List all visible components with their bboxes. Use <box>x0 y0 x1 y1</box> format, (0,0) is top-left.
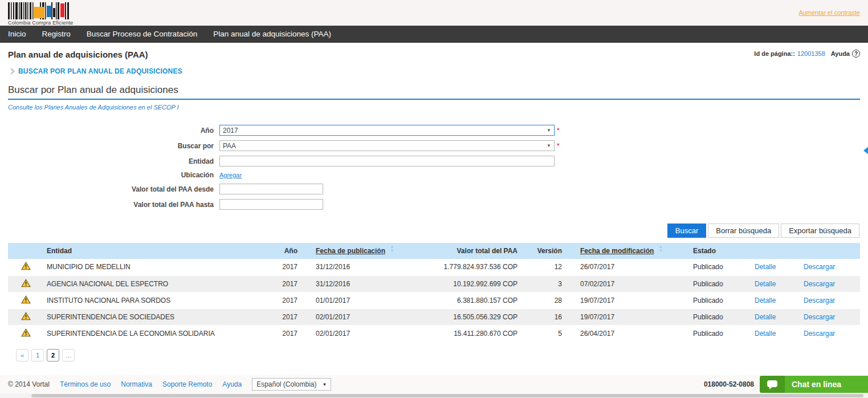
cell-version: 28 <box>521 292 565 308</box>
download-link[interactable]: Descargar <box>804 263 835 271</box>
download-link[interactable]: Descargar <box>804 330 835 338</box>
nav-item-registro[interactable]: Registro <box>34 26 79 43</box>
add-location-link[interactable]: Agregar <box>219 172 242 178</box>
warning-icon <box>21 312 31 320</box>
cell-version: 16 <box>521 308 565 325</box>
download-link[interactable]: Descargar <box>804 297 835 304</box>
cell-mod-date: 19/07/2017 <box>565 292 690 308</box>
cell-year: 2017 <box>271 259 301 275</box>
pagination-page-1[interactable]: 1 <box>31 349 44 362</box>
warning-icon <box>21 279 31 287</box>
top-header: Colombia Compra Eficiente Aumentar el co… <box>0 0 868 26</box>
cell-total-value: 1.779.824.937.536 COP <box>437 259 521 275</box>
warning-column-header <box>8 243 43 259</box>
export-search-button[interactable]: Exportar búsqueda <box>781 224 859 238</box>
increase-contrast-link[interactable]: Aumentar el contraste <box>798 9 860 16</box>
value-from-input[interactable] <box>219 184 323 194</box>
results-table: Entidad Año Fecha de publicación▲▼ Valor… <box>8 243 860 342</box>
chat-bubble-icon <box>767 380 778 389</box>
value-to-input[interactable] <box>219 199 323 210</box>
download-link[interactable]: Descargar <box>804 313 835 321</box>
sort-arrows-icon[interactable]: ▲▼ <box>658 247 663 255</box>
col-total-value: Valor total del PAA <box>437 243 521 259</box>
year-select[interactable]: 2017 ▼ <box>219 125 555 136</box>
cell-version: 3 <box>521 275 565 292</box>
nav-item-buscar-proceso[interactable]: Buscar Proceso de Contratación <box>79 26 205 43</box>
search-form: Año 2017 ▼ * Buscar por PAA ▼ * Entidad … <box>0 125 868 210</box>
table-header-row: Entidad Año Fecha de publicación▲▼ Valor… <box>8 243 860 259</box>
col-status: Estado <box>690 243 751 259</box>
warning-icon <box>21 295 31 304</box>
col-pub-date[interactable]: Fecha de publicación▲▼ <box>301 243 437 259</box>
cell-status: Publicado <box>690 292 751 308</box>
nav-item-inicio[interactable]: Inicio <box>0 26 34 43</box>
clear-search-button[interactable]: Borrar búsqueda <box>708 224 779 238</box>
detail-link[interactable]: Detalle <box>755 313 776 321</box>
col-mod-date[interactable]: Fecha de modificación▲▼ <box>565 243 690 259</box>
detail-link[interactable]: Detalle <box>755 263 776 271</box>
page-id-value[interactable]: 12001358 <box>797 50 825 57</box>
barcode-logo-icon <box>8 2 70 19</box>
chevron-down-icon: ▼ <box>547 143 551 148</box>
required-asterisk: * <box>557 127 560 135</box>
cell-status: Publicado <box>690 325 751 342</box>
pagination-more[interactable]: ... <box>62 349 75 362</box>
search-by-select[interactable]: PAA ▼ <box>219 140 555 151</box>
cell-year: 2017 <box>271 275 301 292</box>
chevron-down-icon: ▼ <box>547 128 551 133</box>
language-select[interactable]: Español (Colombia) ▼ <box>252 378 331 391</box>
cell-pub-date: 31/12/2016 <box>301 275 437 292</box>
detail-link[interactable]: Detalle <box>755 280 776 288</box>
search-button[interactable]: Buscar <box>667 224 706 238</box>
cell-entity: SUPERINTENDENCIA DE SOCIEDADES <box>43 308 271 325</box>
col-year: Año <box>271 243 301 259</box>
location-label: Ubicación <box>0 171 219 179</box>
cell-total-value: 6.381.880.157 COP <box>437 292 521 308</box>
table-row: MUNICIPIO DE MEDELLIN 2017 31/12/2016 1.… <box>8 259 860 275</box>
footer-link-soporte[interactable]: Soporte Remoto <box>162 380 212 388</box>
footer-link-normativa[interactable]: Normativa <box>121 380 152 388</box>
side-panel-toggle-arrow-icon[interactable] <box>863 143 868 159</box>
detail-link[interactable]: Detalle <box>755 330 776 338</box>
col-download <box>800 243 860 259</box>
warning-icon <box>21 328 31 337</box>
chevron-right-icon <box>8 68 14 74</box>
chat-button[interactable]: Chat en linea <box>760 376 868 393</box>
horizontal-scrollbar[interactable] <box>0 393 868 398</box>
language-select-value: Español (Colombia) <box>256 380 316 388</box>
breadcrumb-link[interactable]: BUSCAR POR PLAN ANUAL DE ADQUISICIONES <box>18 67 182 75</box>
cell-total-value: 16.505.056.329 COP <box>437 308 521 325</box>
nav-item-paa[interactable]: Plan anual de adquisiciones (PAA) <box>205 26 339 43</box>
table-row: SUPERINTENDENCIA DE LA ECONOMIA SOLIDARI… <box>8 325 860 342</box>
sort-arrows-icon[interactable]: ▲▼ <box>390 247 394 255</box>
scrollbar-thumb[interactable] <box>31 394 863 397</box>
search-by-select-value: PAA <box>223 142 236 150</box>
detail-link[interactable]: Detalle <box>755 297 776 304</box>
year-select-value: 2017 <box>223 127 238 135</box>
help-label: Ayuda <box>831 50 850 57</box>
entity-input[interactable] <box>219 156 555 166</box>
main-nav: Inicio Registro Buscar Proceso de Contra… <box>0 26 868 43</box>
cell-total-value: 10.192.992.699 COP <box>437 275 521 292</box>
breadcrumb: BUSCAR POR PLAN ANUAL DE ADQUISICIONES <box>0 59 868 75</box>
cell-entity: MUNICIPIO DE MEDELLIN <box>43 259 271 275</box>
cell-year: 2017 <box>271 308 301 325</box>
footer-link-terms[interactable]: Términos de uso <box>60 380 111 388</box>
secop1-link[interactable]: Consulte los Planes Anuales de Adquisici… <box>8 104 179 111</box>
cell-mod-date: 26/07/2017 <box>565 259 690 275</box>
footer-link-ayuda[interactable]: Ayuda <box>222 380 242 388</box>
copyright: © 2014 Vortal <box>8 380 50 388</box>
table-row: AGENCIA NACIONAL DEL ESPECTRO 2017 31/12… <box>8 275 860 292</box>
year-label: Año <box>0 127 219 135</box>
colombia-compra-logo[interactable]: Colombia Compra Eficiente <box>8 2 74 26</box>
help-icon[interactable]: ? <box>852 50 860 58</box>
cell-pub-date: 02/01/2017 <box>301 325 437 342</box>
table-row: INSTITUTO NACIONAL PARA SORDOS 2017 01/0… <box>8 292 860 308</box>
cell-version: 12 <box>521 259 565 275</box>
pagination-first[interactable]: « <box>16 349 28 362</box>
cell-year: 2017 <box>271 292 301 308</box>
cell-version: 5 <box>521 325 565 342</box>
page-head: Plan anual de adquisiciones (PAA) Id de … <box>0 43 868 59</box>
download-link[interactable]: Descargar <box>804 280 835 288</box>
pagination-page-2-current[interactable]: 2 <box>47 349 59 362</box>
